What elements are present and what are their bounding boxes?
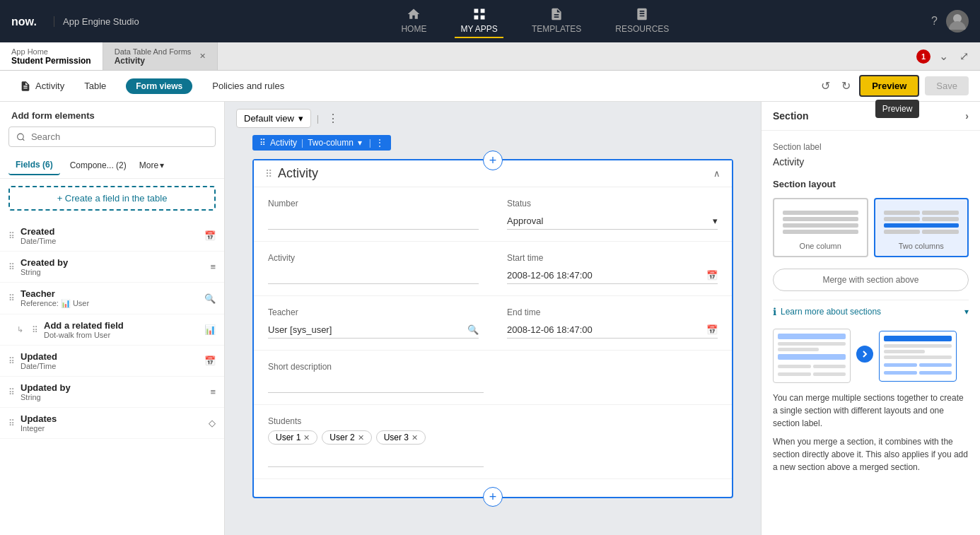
- teacher-input[interactable]: User [sys_user] 🔍: [268, 322, 479, 339]
- tab-actions: ↺ ↻ Preview Preview Save: [818, 75, 969, 97]
- right-panel-chevron-icon[interactable]: ›: [965, 110, 969, 122]
- search-input[interactable]: [31, 131, 208, 142]
- end-time-input[interactable]: 2008-12-06 18:47:00 📅: [507, 322, 718, 339]
- field-item-updated[interactable]: ⠿ Updated Date/Time 📅: [0, 346, 224, 377]
- right-panel-content: Section label Activity Section layout On…: [762, 131, 980, 485]
- start-time-input[interactable]: 2008-12-06 18:47:00 📅: [507, 267, 718, 284]
- tab-activity[interactable]: Activity: [11, 75, 73, 98]
- tab-form-views[interactable]: Form views: [117, 73, 201, 100]
- layout-one-column[interactable]: One column: [773, 198, 868, 257]
- section-options-icon[interactable]: ⋮: [375, 138, 384, 148]
- field-item-related[interactable]: ↳ ⠿ Add a related field Dot-walk from Us…: [0, 314, 224, 346]
- short-desc-input[interactable]: [268, 376, 484, 393]
- breadcrumb-data-table[interactable]: Data Table And Forms Activity ✕: [103, 42, 218, 70]
- form-canvas: + ⠿ Activity ∧ Number: [252, 159, 733, 498]
- user-avatar[interactable]: [946, 10, 969, 33]
- drag-handle-icon: ⠿: [8, 262, 15, 272]
- field-list: ⠿ Created Date/Time 📅 ⠿ Created by Strin…: [0, 218, 224, 535]
- tab-form-views-pill[interactable]: Form views: [126, 78, 192, 94]
- arrow-icon: ↳: [17, 325, 23, 334]
- drag-handle-icon: ⠿: [8, 293, 15, 303]
- search-icon: 🔍: [204, 293, 216, 304]
- chevron-down-icon: ▾: [298, 113, 303, 124]
- nav-templates[interactable]: TEMPLATES: [526, 4, 587, 38]
- form-cell-teacher: Teacher User [sys_user] 🔍: [254, 296, 493, 351]
- redo-button[interactable]: ↻: [839, 76, 853, 95]
- fields-tabs: Fields (6) Compone... (2) More ▾: [0, 153, 224, 179]
- lines-icon: ≡: [210, 387, 216, 397]
- drag-section-icon: ⠿: [265, 168, 272, 180]
- form-cell-status: Status Approval ▾: [493, 187, 732, 242]
- notification-badge[interactable]: 1: [916, 49, 931, 64]
- drag-handle-icon: ⠿: [32, 325, 38, 335]
- top-nav: now. App Engine Studio HOME MY APPS TEMP…: [0, 0, 980, 42]
- preview-button[interactable]: Preview: [859, 75, 919, 97]
- field-item-updated-by[interactable]: ⠿ Updated by String ≡: [0, 377, 224, 408]
- select-chevron-icon: ▾: [713, 216, 718, 226]
- fields-tab[interactable]: Fields (6): [8, 155, 60, 175]
- form-cell-end-time: End time 2008-12-06 18:47:00 📅: [493, 296, 732, 351]
- drag-handle-icon: ⠿: [8, 231, 15, 241]
- preview-tooltip-container: Preview Preview: [859, 75, 919, 97]
- breadcrumb-app-home[interactable]: App Home Student Permission: [0, 42, 103, 70]
- activity-input[interactable]: [268, 267, 479, 284]
- student-tag-3: User 3 ✕: [376, 430, 426, 445]
- field-item-teacher[interactable]: ⠿ Teacher Reference: 📊 User 🔍: [0, 283, 224, 314]
- add-section-top-button[interactable]: +: [483, 151, 503, 170]
- calendar-icon: 📅: [706, 270, 718, 281]
- layout-chevron-icon: ▾: [358, 138, 362, 148]
- section-bar: ⠿ Activity | Two-column ▾ | ⋮: [252, 135, 733, 151]
- more-tab[interactable]: More ▾: [139, 160, 164, 170]
- calendar-icon: 📅: [204, 355, 216, 366]
- canvas-options-button[interactable]: ⋮: [325, 109, 342, 128]
- tab-policies[interactable]: Policies and rules: [204, 75, 293, 97]
- chevron-down-icon: ▾: [160, 160, 164, 170]
- form-cell-number: Number: [254, 187, 493, 242]
- default-view-button[interactable]: Default view ▾: [236, 109, 311, 128]
- undo-button[interactable]: ↺: [818, 76, 833, 95]
- section-label-value: Activity: [773, 156, 969, 167]
- merge-section-button[interactable]: Merge with section above: [773, 269, 969, 291]
- layout-two-columns[interactable]: Two columns: [874, 198, 969, 257]
- info-icon: ℹ: [773, 306, 776, 317]
- breadcrumb-chevron-down[interactable]: ⌄: [936, 47, 951, 66]
- help-button[interactable]: ?: [931, 15, 938, 28]
- diamond-icon: ◇: [209, 418, 216, 428]
- create-field-button[interactable]: + Create a field in the table: [8, 186, 216, 211]
- remove-tag-3-icon[interactable]: ✕: [412, 433, 418, 442]
- preview-arrow-icon: [856, 346, 873, 366]
- learn-more-section[interactable]: ℹ Learn more about sections ▾: [773, 300, 969, 323]
- breadcrumb-close-icon[interactable]: ✕: [199, 52, 206, 61]
- field-item-updates[interactable]: ⠿ Updates Integer ◇: [0, 408, 224, 439]
- nav-links: HOME MY APPS TEMPLATES RESOURCES: [395, 4, 675, 38]
- nav-home[interactable]: HOME: [395, 4, 432, 38]
- field-item-created-by[interactable]: ⠿ Created by String ≡: [0, 252, 224, 283]
- add-section-bottom-button[interactable]: +: [483, 487, 503, 507]
- students-tags: User 1 ✕ User 2 ✕ User 3 ✕: [268, 430, 718, 445]
- search-field-icon: 🔍: [467, 324, 479, 335]
- nav-resources[interactable]: RESOURCES: [609, 4, 675, 38]
- sidebar-header: Add form elements: [0, 102, 224, 127]
- canvas-wrapper: ⠿ Activity | Two-column ▾ | ⋮ + ⠿: [252, 135, 733, 498]
- section-pill[interactable]: ⠿ Activity | Two-column ▾ | ⋮: [252, 135, 391, 151]
- tab-table[interactable]: Table: [76, 75, 115, 97]
- status-select[interactable]: Approval ▾: [507, 213, 718, 230]
- svg-point-2: [18, 134, 24, 140]
- pill-separator: |: [369, 138, 371, 148]
- nav-my-apps[interactable]: MY APPS: [455, 4, 503, 38]
- number-input[interactable]: [268, 213, 479, 230]
- remove-tag-2-icon[interactable]: ✕: [358, 433, 364, 442]
- breadcrumb-expand[interactable]: ⤢: [957, 47, 972, 66]
- field-item-created[interactable]: ⠿ Created Date/Time 📅: [0, 221, 224, 252]
- search-bar[interactable]: [8, 127, 216, 147]
- remove-tag-1-icon[interactable]: ✕: [303, 433, 310, 442]
- main-layout: Add form elements Fields (6) Compone... …: [0, 102, 980, 535]
- tab-bar: Activity Table Form views Policies and r…: [0, 71, 980, 102]
- calendar-icon: 📅: [204, 230, 216, 241]
- components-tab[interactable]: Compone... (2): [63, 156, 134, 175]
- section-collapse-icon[interactable]: ∧: [713, 168, 721, 179]
- students-input[interactable]: [268, 450, 484, 467]
- save-button[interactable]: Save: [925, 76, 969, 95]
- brand-logo[interactable]: now.: [11, 14, 37, 28]
- drag-handle-icon: ⠿: [8, 418, 15, 428]
